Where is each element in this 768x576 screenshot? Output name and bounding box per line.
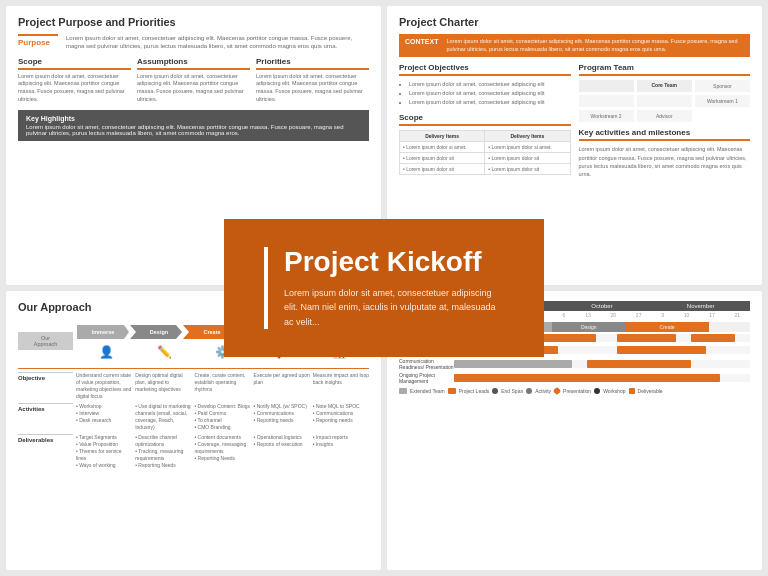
- legend-deliverable: Deliverable: [629, 388, 663, 394]
- highlights-title: Key Highlights: [26, 115, 361, 122]
- legend-dot-extended: [399, 388, 407, 394]
- act-3: • Develop Content: Blogs• Paid Comms• To…: [194, 403, 250, 431]
- overlay-title: Project Kickoff: [284, 247, 504, 278]
- legend-dot-leads: [448, 388, 456, 394]
- team-advisor: Advisor: [637, 110, 692, 122]
- context-bar: CONTEXT Lorem ipsum dolor sit amet, cons…: [399, 34, 750, 57]
- panel-purpose-title: Project Purpose and Priorities: [18, 16, 369, 28]
- obj-5: Measure impact and loop back insights: [313, 372, 369, 400]
- legend-end-span: End Span: [492, 388, 523, 394]
- ongoing-label: Ongoing Project Management: [399, 372, 454, 384]
- oct-label: October: [553, 301, 652, 311]
- deliverables-row-label: Deliverables: [18, 434, 73, 469]
- comm-bar-2: [587, 360, 691, 368]
- team-col: Program Team Core Team Sponsor Workstrea…: [579, 63, 751, 178]
- legend-activity: Activity: [526, 388, 551, 394]
- scope-td-2: • Lorem ipsum dolor si amet.: [485, 141, 570, 152]
- approach-table: Objective Understand current state of va…: [18, 372, 369, 469]
- ongoing-row: Ongoing Project Management: [399, 372, 750, 384]
- objective-item-1: Lorem ipsum dolor sit amet, consectetuer…: [409, 80, 571, 89]
- team-header-sponsor: [579, 80, 634, 92]
- nov-weeks: 3101721: [651, 311, 750, 318]
- legend-label-leads: Project Leads: [459, 388, 490, 394]
- objective-item-2: Lorem ipsum dolor sit amet, consectetuer…: [409, 89, 571, 98]
- team-member-1: [579, 95, 634, 107]
- act-1: • Workshop• Interview• Desk research: [76, 403, 132, 431]
- icon-design: ✏️: [157, 345, 172, 359]
- team-member-2: [637, 95, 692, 107]
- team-ws1: Workstream 1: [695, 95, 750, 107]
- legend-label-presentation: Presentation: [563, 388, 591, 394]
- event-bar-3: [617, 334, 676, 342]
- comm-bar-1: [454, 360, 572, 368]
- objective-row-label: Objective: [18, 372, 73, 400]
- scope-td-5: • Lorem ipsum dolor sit: [400, 163, 485, 174]
- priorities-header: Priorities: [256, 57, 369, 70]
- obj-3: Create, curate content, establish operat…: [194, 372, 250, 400]
- icon-immerse: 👤: [99, 345, 114, 359]
- phase-immerse: Immerse: [77, 325, 129, 339]
- team-sponsor: Sponsor: [695, 80, 750, 92]
- act-5: • Note MQL to SPOC• Communications• Repo…: [313, 403, 369, 431]
- context-label: CONTEXT: [405, 38, 438, 53]
- objectives-list: Lorem ipsum dolor sit amet, consectetuer…: [399, 80, 571, 106]
- panel-charter-title: Project Charter: [399, 16, 750, 28]
- ongoing-bar-1: [454, 374, 720, 382]
- legend-workshop: Workshop: [594, 388, 625, 394]
- highlights-text: Lorem ipsum dolor sit amet, consectetuer…: [26, 124, 361, 136]
- legend-dot-span: [492, 388, 498, 394]
- del-2: • Describe channel optimizations• Tracki…: [135, 434, 191, 469]
- phase-bar-3: Create: [626, 322, 709, 332]
- month-nov: November 3101721: [651, 301, 750, 318]
- activities-text: Lorem ipsum dolor sit amet, consectetuer…: [579, 145, 751, 178]
- scope-td-3: • Lorem ipsum dolor sit: [400, 152, 485, 163]
- legend-label-workshop: Workshop: [603, 388, 625, 394]
- purpose-section: Purpose Lorem ipsum dolor sit amet, cons…: [18, 34, 369, 51]
- charter-cols: Project Objectives Lorem ipsum dolor sit…: [399, 63, 750, 178]
- legend-label-extended: Extended Team: [410, 388, 445, 394]
- ongoing-bar: [454, 374, 750, 382]
- act-2: • Use digital to marketing channels (ema…: [135, 403, 191, 431]
- legend-label-span: End Span: [501, 388, 523, 394]
- phase-design: Design: [130, 325, 182, 339]
- team-grid: Core Team Sponsor Workstream 1 Workstrea…: [579, 80, 751, 122]
- del-1: • Target Segments• Value Proposition• Th…: [76, 434, 132, 469]
- overlay-content: Project Kickoff Lorem ipsum dolor sit am…: [264, 247, 504, 329]
- legend-dot-deliverable: [629, 388, 635, 394]
- assumptions-text: Lorem ipsum dolor sit amet, consectetuer…: [137, 73, 250, 104]
- key-highlights: Key Highlights Lorem ipsum dolor sit ame…: [18, 110, 369, 141]
- scope-title: Scope: [399, 113, 571, 126]
- objectives-title: Project Objectives: [399, 63, 571, 76]
- overlay-subtitle: Lorem ipsum dolor sit amet, consectetuer…: [284, 286, 504, 329]
- priorities-col: Priorities Lorem ipsum dolor sit amet, c…: [256, 57, 369, 104]
- obj-2: Design optimal digital plan, aligned to …: [135, 372, 191, 400]
- del-3: • Content documents• Coverage, messaging…: [194, 434, 250, 469]
- del-4: • Operational logistics• Reports of exec…: [254, 434, 310, 469]
- legend-section: Extended Team Project Leads End Span Act…: [399, 388, 750, 394]
- team-title: Program Team: [579, 63, 751, 76]
- legend-label-activity: Activity: [535, 388, 551, 394]
- legend-extended-team: Extended Team: [399, 388, 445, 394]
- legend-dot-activity: [526, 388, 532, 394]
- comm-bar: [454, 360, 750, 368]
- scope-table: Delivery Items Delivery Items • Lorem ip…: [399, 130, 571, 175]
- sep-line-1: [18, 368, 369, 369]
- del-5: • Impact reports• Insights: [313, 434, 369, 469]
- month-oct: October 6132027: [553, 301, 652, 318]
- purpose-label: Purpose: [18, 34, 58, 51]
- activities-title: Key activities and milestones: [579, 128, 751, 141]
- legend-presentation: Presentation: [554, 388, 591, 394]
- event-bar-4: [691, 334, 735, 342]
- obj-4: Execute per agreed upon plan: [254, 372, 310, 400]
- scope-td-4: • Lorem ipsum dolor sit: [485, 152, 570, 163]
- priorities-text: Lorem ipsum dolor sit amet, consectetuer…: [256, 73, 369, 104]
- scope-th-2: Delivery Items: [485, 130, 570, 141]
- oct-weeks: 6132027: [553, 311, 652, 318]
- scope-th-1: Delivery Items: [400, 130, 485, 141]
- act-4: • Notify MQL (w/ SPOC)• Communications• …: [254, 403, 310, 431]
- approach-label: OurApproach: [18, 332, 73, 350]
- key-activities-section: Key activities and milestones Lorem ipsu…: [579, 128, 751, 178]
- team-ws2: Workstream 2: [579, 110, 634, 122]
- purpose-text: Lorem ipsum dolor sit amet, consectetuer…: [66, 34, 369, 51]
- objectives-col: Project Objectives Lorem ipsum dolor sit…: [399, 63, 571, 178]
